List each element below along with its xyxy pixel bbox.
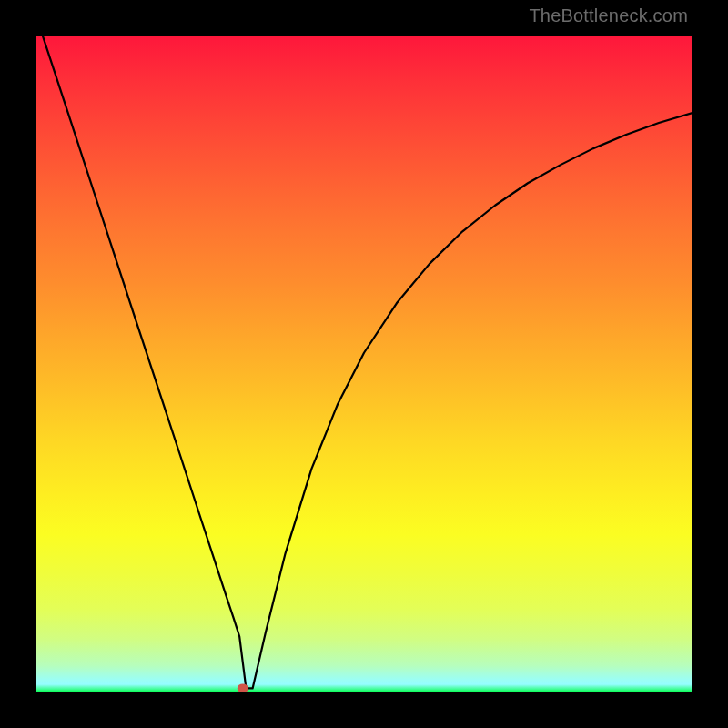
plot-area [36, 36, 692, 692]
curve-svg [36, 36, 692, 692]
bottleneck-chart: TheBottleneck.com [0, 0, 728, 728]
bottleneck-curve [36, 36, 692, 688]
watermark-text: TheBottleneck.com [529, 5, 688, 26]
